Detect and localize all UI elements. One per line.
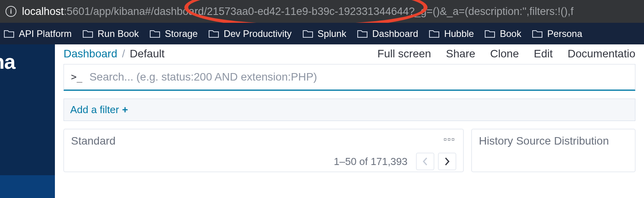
bookmark-splunk[interactable]: Splunk [303, 28, 346, 39]
breadcrumb-current: Default [130, 48, 165, 60]
bookmark-storage[interactable]: Storage [150, 28, 198, 39]
bookmark-label: Splunk [318, 28, 346, 39]
folder-icon [4, 29, 14, 38]
filter-bar: Add a filter + [64, 99, 635, 121]
bookmark-label: Persona [547, 28, 582, 39]
documentation-button[interactable]: Documentatio [568, 48, 635, 60]
folder-icon [209, 29, 219, 38]
bookmarks-bar: API Platform Run Book Storage Dev Produc… [0, 23, 644, 44]
panel-title: Standard [71, 135, 456, 147]
bookmark-label: Run Book [98, 28, 139, 39]
panel-title: History Source Distribution [479, 135, 628, 147]
info-icon[interactable]: i [5, 6, 16, 17]
plus-icon: + [122, 104, 128, 116]
clone-button[interactable]: Clone [490, 48, 519, 60]
folder-icon [150, 29, 160, 38]
app-logo-fragment: na [0, 50, 55, 73]
folder-icon [532, 29, 542, 38]
bookmark-label: Book [500, 28, 521, 39]
pager-next-button[interactable] [438, 153, 456, 170]
url-text[interactable]: localhost:5601/app/kibana#/dashboard/215… [22, 6, 573, 18]
browser-address-bar[interactable]: i localhost:5601/app/kibana#/dashboard/2… [0, 0, 644, 23]
sidebar-item-fragment[interactable]: rd [0, 175, 55, 198]
folder-icon [357, 29, 367, 38]
bookmark-persona[interactable]: Persona [532, 28, 582, 39]
breadcrumb-separator: / [122, 48, 125, 60]
bookmark-label: Storage [165, 28, 198, 39]
dashboard-content: Dashboard / Default Full screen Share Cl… [55, 44, 644, 198]
dashboard-top-actions: Full screen Share Clone Edit Documentati… [377, 48, 635, 60]
fullscreen-button[interactable]: Full screen [377, 48, 431, 60]
folder-icon [429, 29, 439, 38]
breadcrumb: Dashboard / Default [64, 48, 164, 60]
bookmark-book[interactable]: Book [485, 28, 521, 39]
url-host: localhost [22, 6, 64, 17]
kibana-sidebar: na rd [0, 44, 55, 198]
bookmark-label: Dev Productivity [224, 28, 291, 39]
add-filter-button[interactable]: Add a filter + [70, 104, 128, 116]
prompt-icon: >_ [71, 72, 82, 82]
bookmark-dashboard[interactable]: Dashboard [357, 28, 418, 39]
pager-text: 1–50 of 171,393 [334, 156, 408, 168]
add-filter-label: Add a filter [70, 104, 119, 116]
bookmark-dev-productivity[interactable]: Dev Productivity [209, 28, 291, 39]
bookmark-label: Hubble [444, 28, 474, 39]
breadcrumb-root[interactable]: Dashboard [64, 48, 117, 60]
folder-icon [83, 29, 93, 38]
panel-history-source-distribution: History Source Distribution [471, 129, 635, 172]
folder-icon [303, 29, 313, 38]
folder-icon [485, 29, 495, 38]
bookmark-label: Dashboard [372, 28, 418, 39]
panel-menu-button[interactable] [442, 136, 456, 143]
bookmark-run-book[interactable]: Run Book [83, 28, 139, 39]
search-input[interactable]: >_ Search... (e.g. status:200 AND extens… [64, 64, 635, 91]
share-button[interactable]: Share [446, 48, 475, 60]
bookmark-label: API Platform [19, 28, 72, 39]
bookmark-hubble[interactable]: Hubble [429, 28, 474, 39]
edit-button[interactable]: Edit [534, 48, 553, 60]
pager-prev-button[interactable] [416, 153, 434, 170]
url-path: :5601/app/kibana#/dashboard/21573aa0-ed4… [64, 6, 574, 17]
search-placeholder: Search... (e.g. status:200 AND extension… [89, 71, 317, 83]
panel-standard: Standard 1–50 of 171,393 [64, 129, 464, 172]
bookmark-api-platform[interactable]: API Platform [4, 28, 72, 39]
